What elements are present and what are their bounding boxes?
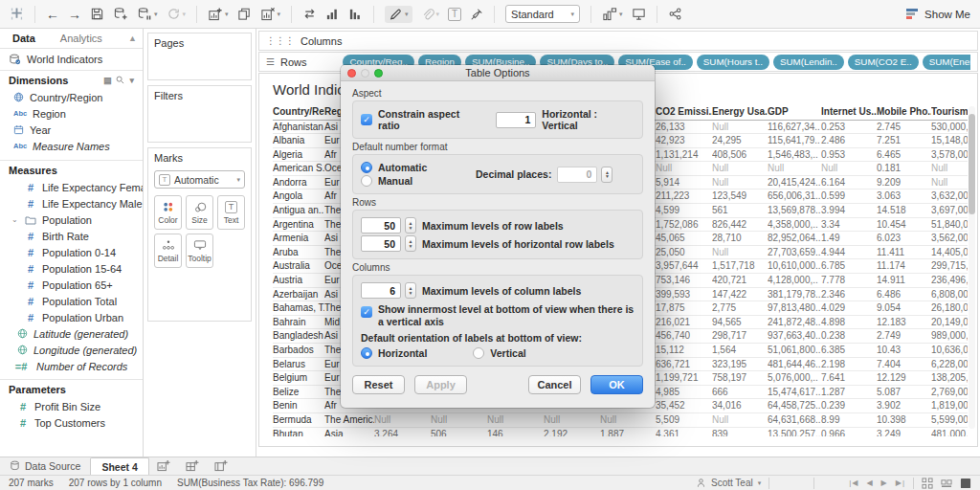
color-button[interactable]: Color (154, 195, 182, 230)
value-cell[interactable]: 51,840,00.. (931, 217, 968, 232)
value-cell[interactable]: 11.174 (877, 259, 931, 274)
value-cell[interactable]: 1,517,718 (712, 259, 768, 274)
value-cell[interactable]: 1.887 (600, 427, 656, 436)
tab-analytics[interactable]: Analytics (48, 33, 115, 44)
value-cell[interactable]: 298,717 (712, 329, 768, 344)
value-cell[interactable]: 2.198 (821, 357, 877, 371)
row-header-cell[interactable]: Albania (273, 134, 324, 148)
row-header-cell[interactable]: Benin (273, 399, 324, 413)
row-header-cell[interactable]: Bahrain (273, 315, 324, 329)
field-latitude-generated[interactable]: Latitude (generated) (0, 325, 143, 342)
pages-shelf[interactable]: Pages (147, 33, 252, 80)
row-header-cell[interactable]: Antigua an.. (273, 204, 324, 218)
value-cell[interactable]: 1,546,483,.. (768, 147, 821, 162)
value-cell[interactable]: 420,721 (712, 274, 768, 288)
value-cell[interactable]: 937,663,40.. (768, 329, 821, 344)
value-cell[interactable]: 3,957,644 (656, 259, 712, 274)
value-cell[interactable]: Null (931, 175, 968, 189)
value-cell[interactable]: 10.43 (877, 344, 931, 358)
pause-auto-updates-button[interactable]: ▾ (137, 7, 158, 21)
value-cell[interactable]: 636,721 (656, 357, 712, 371)
detail-button[interactable]: Detail (154, 234, 182, 268)
value-cell[interactable]: 147,422 (712, 287, 768, 301)
highlight-button[interactable]: ▾ (385, 6, 412, 23)
value-cell[interactable]: 0.238 (821, 329, 877, 344)
value-cell[interactable]: 6.785 (821, 259, 877, 274)
value-cell[interactable]: 3,578,000.. (931, 147, 968, 162)
value-cell[interactable]: 138,205,0.. (931, 371, 968, 386)
value-cell[interactable]: 3.264 (374, 427, 431, 436)
datasource-item[interactable]: World Indicators (0, 49, 143, 70)
dialog-titlebar[interactable]: Table Options (341, 65, 655, 81)
tab-sheet-4[interactable]: Sheet 4 (90, 457, 148, 475)
new-story-tab-button[interactable] (207, 457, 235, 475)
value-cell[interactable]: 6,228,000.. (931, 357, 968, 371)
value-cell[interactable]: 753,146 (656, 274, 712, 288)
value-cell[interactable]: 3,697,000.. (931, 204, 968, 218)
value-cell[interactable]: 6.465 (877, 147, 931, 162)
field-year[interactable]: Year (0, 122, 143, 138)
field-country-region[interactable]: Country/Region (0, 89, 143, 105)
ok-button[interactable]: OK (590, 375, 643, 394)
run-update-button[interactable]: ▾ (167, 7, 187, 21)
value-cell[interactable]: 6.385 (821, 344, 877, 358)
vertical-scrollbar-thumb[interactable] (969, 114, 975, 214)
value-cell[interactable]: 24,295 (712, 134, 768, 148)
row-header-cell[interactable]: Afghanistan (273, 120, 324, 134)
value-cell[interactable]: 211,223 (656, 189, 712, 204)
save-button[interactable] (90, 7, 104, 21)
value-cell[interactable]: Null (712, 175, 768, 189)
minimize-window-icon[interactable] (361, 69, 369, 78)
value-cell[interactable]: 7.404 (877, 357, 931, 371)
value-cell[interactable]: 3.34 (821, 217, 877, 232)
row-header-cell[interactable]: Andorra (273, 175, 324, 189)
value-cell[interactable]: 2.749 (877, 329, 931, 344)
value-cell[interactable]: Null (821, 162, 877, 176)
value-cell[interactable]: 6.023 (877, 232, 931, 246)
folder-population[interactable]: ⌄Population (0, 212, 143, 228)
sort-ascending-button[interactable] (325, 7, 340, 21)
value-cell[interactable]: 146 (487, 427, 544, 436)
value-cell[interactable]: 2.192 (544, 427, 600, 436)
value-cell[interactable]: 9.054 (877, 301, 931, 316)
undo-button[interactable]: ← (46, 8, 59, 21)
value-cell[interactable]: 10.398 (877, 412, 931, 427)
value-cell[interactable]: Null (600, 412, 656, 427)
value-cell[interactable]: 45,065 (656, 232, 712, 246)
value-cell[interactable]: 15,474,617.. (768, 385, 821, 399)
value-cell[interactable]: 5,914 (656, 175, 712, 189)
value-cell[interactable]: 25,050 (656, 245, 712, 259)
value-cell[interactable]: 236,496,0.. (931, 274, 968, 288)
field-number-of-records[interactable]: =#Number of Records (0, 358, 143, 374)
value-cell[interactable]: 4,361 (656, 427, 712, 436)
field-population-65plus[interactable]: #Population 65+ (0, 277, 143, 293)
sort-descending-button[interactable] (348, 7, 363, 21)
row-levels-input[interactable]: 50 (361, 217, 401, 234)
field-birth-rate[interactable]: #Birth Rate (0, 228, 143, 244)
value-cell[interactable]: 3,562,000.. (931, 232, 968, 246)
row-header-cell[interactable]: Bahamas, T.. (273, 301, 324, 316)
row-header-cell[interactable]: American S.. (273, 162, 324, 176)
constrain-aspect-checkbox[interactable]: ✓ (361, 114, 372, 125)
value-cell[interactable]: 51,061,800.. (768, 344, 821, 358)
value-cell[interactable]: 12.129 (877, 371, 931, 386)
duplicate-sheet-button[interactable] (237, 7, 252, 21)
value-cell[interactable]: 97,813,480.. (768, 301, 821, 316)
value-cell[interactable]: 116,627,34.. (768, 120, 821, 134)
field-measure-names[interactable]: Abc Measure Names (0, 138, 143, 154)
field-population-0-14[interactable]: #Population 0-14 (0, 244, 143, 260)
value-cell[interactable]: 34,016 (712, 399, 768, 413)
value-cell[interactable]: 1.49 (821, 232, 877, 246)
value-cell[interactable]: 123,549 (712, 189, 768, 204)
value-cell[interactable]: Null (431, 412, 487, 427)
value-cell[interactable]: 1,819,000.. (931, 399, 968, 413)
vertical-radio[interactable] (473, 347, 484, 359)
vertical-scrollbar[interactable] (969, 106, 975, 429)
field-population-15-64[interactable]: #Population 15-64 (0, 260, 143, 277)
swap-rows-columns-button[interactable] (302, 7, 317, 21)
new-dashboard-tab-button[interactable] (178, 457, 207, 475)
value-cell[interactable]: 14.518 (877, 204, 931, 218)
value-cell[interactable]: 10.454 (877, 217, 931, 232)
value-cell[interactable]: 13,500,257.. (768, 427, 821, 436)
value-cell[interactable]: 2,769,000.. (931, 385, 968, 399)
